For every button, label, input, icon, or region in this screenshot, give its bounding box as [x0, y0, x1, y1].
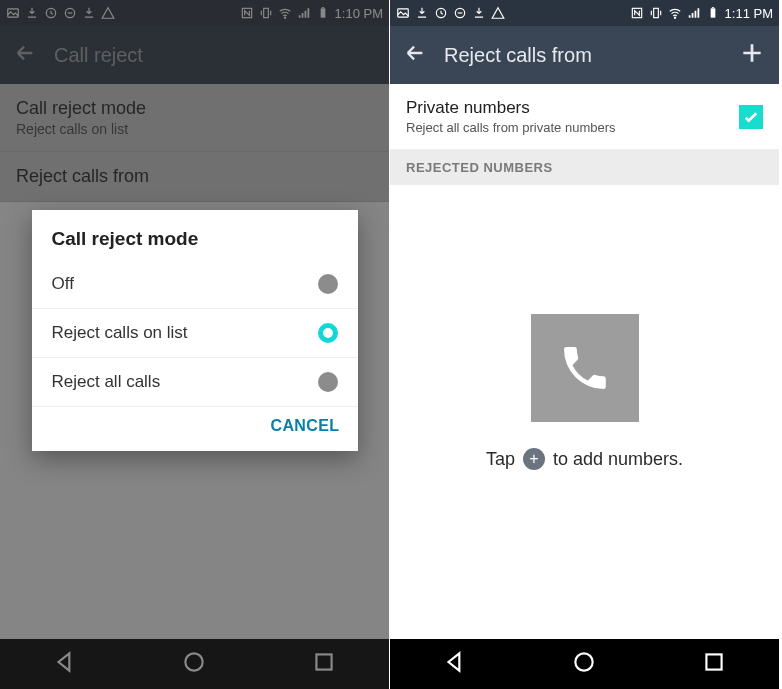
- setting-secondary: Reject all calls from private numbers: [406, 120, 739, 135]
- dialog-call-reject-mode: Call reject mode Off Reject calls on lis…: [32, 210, 358, 451]
- dialog-actions: CANCEL: [32, 407, 358, 451]
- signal-icon: [687, 6, 701, 20]
- status-left: [396, 6, 505, 20]
- cancel-button[interactable]: CANCEL: [270, 417, 339, 435]
- setting-private-numbers[interactable]: Private numbers Reject all calls from pr…: [390, 84, 779, 150]
- dialog-overlay[interactable]: Call reject mode Off Reject calls on lis…: [0, 0, 389, 689]
- content: Private numbers Reject all calls from pr…: [390, 84, 779, 639]
- svg-point-18: [576, 653, 593, 670]
- dialog-title: Call reject mode: [32, 210, 358, 260]
- svg-rect-17: [711, 7, 713, 8]
- option-label: Reject calls on list: [52, 323, 318, 343]
- option-label: Off: [52, 274, 318, 294]
- app-bar-title: Reject calls from: [444, 44, 721, 67]
- nav-bar: [390, 639, 779, 689]
- wifi-icon: [668, 6, 682, 20]
- status-bar: 1:11 PM: [390, 0, 779, 26]
- svg-rect-19: [707, 654, 722, 669]
- nav-recent-button[interactable]: [701, 649, 727, 679]
- empty-state: Tap + to add numbers.: [390, 185, 779, 639]
- option-label: Reject all calls: [52, 372, 318, 392]
- add-button[interactable]: [739, 40, 765, 70]
- plus-circle-icon: +: [523, 448, 545, 470]
- svg-rect-16: [710, 8, 715, 17]
- nfc-icon: [630, 6, 644, 20]
- option-reject-on-list[interactable]: Reject calls on list: [32, 309, 358, 358]
- radio-icon: [318, 372, 338, 392]
- phone-icon: [531, 314, 639, 422]
- radio-selected-icon: [318, 323, 338, 343]
- option-reject-all[interactable]: Reject all calls: [32, 358, 358, 407]
- alert-icon: [491, 6, 505, 20]
- svg-point-15: [674, 17, 675, 18]
- svg-rect-14: [653, 8, 658, 17]
- setting-texts: Private numbers Reject all calls from pr…: [406, 98, 739, 135]
- screen-call-reject: 1:10 PM Call reject Call reject mode Rej…: [0, 0, 390, 689]
- section-rejected-numbers: REJECTED NUMBERS: [390, 150, 779, 185]
- hint-post: to add numbers.: [553, 449, 683, 470]
- app-bar: Reject calls from: [390, 26, 779, 84]
- checkbox-checked-icon[interactable]: [739, 105, 763, 129]
- back-icon[interactable]: [404, 42, 426, 68]
- sync-icon: [434, 6, 448, 20]
- nav-home-button[interactable]: [571, 649, 597, 679]
- hint-text: Tap + to add numbers.: [486, 448, 683, 470]
- option-off[interactable]: Off: [32, 260, 358, 309]
- download2-icon: [472, 6, 486, 20]
- hint-pre: Tap: [486, 449, 515, 470]
- sync2-icon: [453, 6, 467, 20]
- setting-primary: Private numbers: [406, 98, 739, 118]
- image-icon: [396, 6, 410, 20]
- download-icon: [415, 6, 429, 20]
- status-right: 1:11 PM: [630, 6, 773, 21]
- radio-icon: [318, 274, 338, 294]
- nav-back-button[interactable]: [442, 649, 468, 679]
- battery-icon: [706, 6, 720, 20]
- status-time: 1:11 PM: [725, 6, 773, 21]
- vibrate-icon: [649, 6, 663, 20]
- screen-reject-calls-from: 1:11 PM Reject calls from Private number…: [390, 0, 780, 689]
